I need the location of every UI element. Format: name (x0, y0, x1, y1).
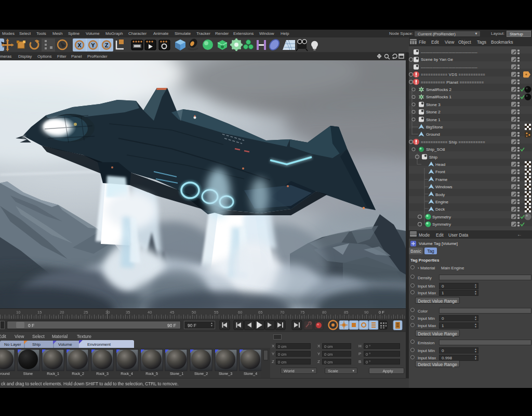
svg-text:=========== Ship ===========: =========== Ship =========== (421, 140, 485, 145)
svg-text:Stone_2: Stone_2 (194, 372, 208, 376)
svg-text:Y: Y (91, 42, 95, 48)
svg-text:Ground: Ground (426, 132, 440, 137)
svg-text:Deck: Deck (435, 207, 445, 212)
svg-text:Head: Head (435, 162, 445, 167)
svg-text:Scene by Yan Ge: Scene by Yan Ge (421, 57, 454, 62)
svg-text:Symmetry: Symmetry (432, 215, 451, 219)
svg-text:Symmetry: Symmetry (432, 222, 451, 227)
svg-text:------------------------------: --------------------------------------- (421, 65, 477, 70)
svg-text:Stone 1: Stone 1 (426, 118, 441, 122)
svg-text:Rock_1: Rock_1 (47, 372, 59, 376)
svg-text:Ship_SO8: Ship_SO8 (426, 147, 445, 152)
svg-text:SmallRocks 2: SmallRocks 2 (426, 87, 451, 92)
svg-text:Front: Front (435, 170, 445, 174)
svg-text:Stone_1: Stone_1 (170, 372, 183, 376)
svg-text:SmallRocks 1: SmallRocks 1 (426, 95, 451, 99)
svg-text:Rock_5: Rock_5 (145, 372, 158, 376)
svg-text:X: X (77, 42, 82, 48)
svg-text:Rock_3: Rock_3 (96, 372, 109, 376)
svg-text:Z: Z (105, 42, 109, 48)
svg-text:Body: Body (435, 192, 445, 197)
svg-text:Stone: Stone (23, 372, 33, 375)
svg-text:Windows: Windows (435, 185, 452, 189)
svg-text:Rock_2: Rock_2 (72, 372, 84, 376)
svg-text:Engine: Engine (435, 200, 448, 204)
svg-text:Stone 3: Stone 3 (426, 102, 441, 107)
svg-text:Ship: Ship (429, 155, 438, 160)
svg-text:Frame: Frame (435, 177, 448, 182)
svg-text:=========== VDS ===========: =========== VDS =========== (421, 72, 485, 77)
svg-text:========== Planet ==========: ========== Planet ========== (421, 80, 484, 85)
svg-text:Stone 2: Stone 2 (426, 110, 441, 114)
svg-text:BigStone: BigStone (426, 125, 443, 129)
svg-text:Ground: Ground (0, 372, 10, 375)
svg-text:Stone_4: Stone_4 (244, 372, 257, 376)
svg-text:------------------------------: --------------------------------------- (421, 50, 477, 55)
svg-text:Rock_4: Rock_4 (121, 372, 133, 376)
svg-text:Stone_3: Stone_3 (219, 372, 232, 376)
